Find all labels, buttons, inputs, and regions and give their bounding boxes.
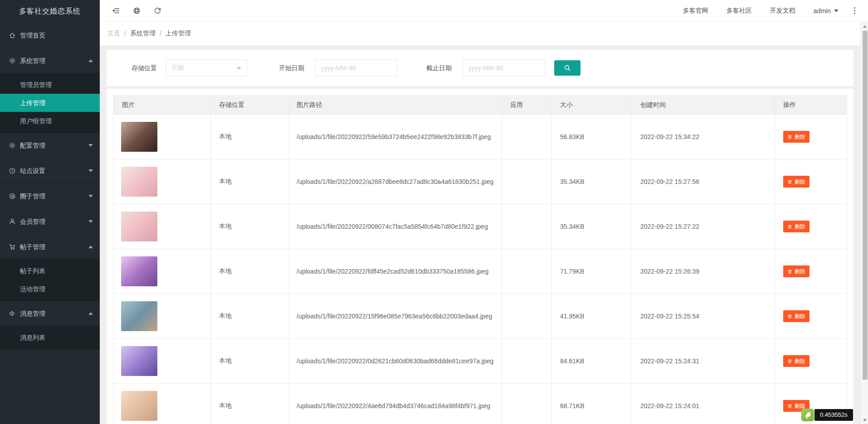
- topbar-right: 多客官网 多客社区 开发文档 admin: [665, 5, 868, 16]
- storage-location-select[interactable]: 不限: [166, 59, 247, 77]
- storage-location-value: 不限: [166, 60, 247, 76]
- cell-created: 2022-09-22 15:34:22: [632, 115, 775, 159]
- image-thumbnail[interactable]: [121, 256, 157, 286]
- image-thumbnail[interactable]: [121, 301, 157, 331]
- cell-storage: 本地: [211, 159, 288, 204]
- table-row: 本地 /uploads/1/file/20220922/4ae6d794db4d…: [114, 384, 847, 424]
- search-button[interactable]: [554, 60, 580, 76]
- user-menu[interactable]: admin: [814, 7, 839, 14]
- caret-down-icon: [237, 67, 241, 70]
- sidebar-menu: 管理首页 系统管理 管理员管理 上传管理 用户组管理 配置管理 站点设置: [0, 23, 100, 349]
- sidebar-item-post-list[interactable]: 帖子列表: [0, 262, 100, 280]
- app-title: 多客社交婚恋系统: [0, 0, 100, 23]
- table-row: 本地 /uploads/1/file/20220922/59e59b3724b5…: [114, 115, 847, 159]
- topbar-left: [100, 0, 168, 22]
- cell-app: [502, 339, 552, 384]
- sidebar-item-system[interactable]: 系统管理: [0, 48, 100, 73]
- cell-created: 2022-09-22 15:24:01: [632, 384, 775, 424]
- col-header-storage: 存储位置: [211, 96, 288, 115]
- cell-app: [502, 249, 552, 294]
- breadcrumb-home[interactable]: 主页: [107, 29, 120, 38]
- cell-storage: 本地: [211, 384, 288, 424]
- delete-button[interactable]: 删除: [783, 221, 809, 232]
- cell-size: 35.34KB: [552, 159, 632, 204]
- breadcrumb-system[interactable]: 系统管理: [130, 29, 156, 38]
- sliders-icon: [9, 142, 16, 149]
- sidebar-item-message-manage[interactable]: 消息管理: [0, 301, 100, 326]
- start-date-label: 开始日期: [279, 50, 304, 86]
- trash-icon: [787, 314, 792, 319]
- delete-button[interactable]: 删除: [783, 355, 809, 367]
- sidebar-item-member-manage[interactable]: 会员管理: [0, 209, 100, 234]
- cell-path: /uploads/1/file/20220922/a2887dbee8dc27a…: [288, 159, 502, 204]
- scroll-down-icon[interactable]: [861, 416, 868, 424]
- cell-created: 2022-09-22 15:24:31: [632, 339, 775, 384]
- delete-button[interactable]: 删除: [783, 310, 809, 322]
- topbar-link-official-site[interactable]: 多客官网: [683, 7, 708, 15]
- sidebar-item-usergroup-manage[interactable]: 用户组管理: [0, 112, 100, 130]
- scroll-up-icon[interactable]: [861, 23, 868, 30]
- image-thumbnail[interactable]: [121, 167, 157, 197]
- cell-app: [502, 204, 552, 249]
- menu-collapse-icon[interactable]: [105, 0, 126, 22]
- sidebar-item-message-list[interactable]: 消息列表: [0, 328, 100, 347]
- topbar-link-dev-docs[interactable]: 开发文档: [770, 7, 795, 15]
- sidebar-item-circle-manage[interactable]: 圈子管理: [0, 183, 100, 209]
- home-icon: [9, 32, 16, 39]
- cart-icon: [9, 243, 16, 251]
- end-date-label: 截止日期: [426, 50, 452, 86]
- sidebar-item-post-manage[interactable]: 帖子管理: [0, 234, 100, 260]
- user-icon: [9, 218, 16, 225]
- trash-icon: [787, 404, 792, 409]
- submenu-post: 帖子列表 活动管理: [0, 260, 100, 301]
- image-thumbnail[interactable]: [121, 122, 157, 152]
- delete-button[interactable]: 删除: [783, 131, 809, 143]
- flame-logo-icon: [801, 409, 814, 421]
- end-date-input[interactable]: [463, 59, 545, 77]
- cell-path: /uploads/1/file/20220922/59e59b3724b5ee2…: [288, 115, 502, 159]
- cell-size: 84.61KB: [552, 339, 632, 384]
- sidebar-item-admin-manage[interactable]: 管理员管理: [0, 76, 100, 94]
- page-timing: 0.453552s: [801, 409, 853, 421]
- delete-button[interactable]: 删除: [783, 176, 809, 188]
- refresh-icon[interactable]: [147, 0, 168, 22]
- scrollbar-thumb[interactable]: [863, 31, 868, 380]
- cell-size: 68.71KB: [552, 384, 632, 424]
- table-row: 本地 /uploads/1/file/20220922/a2887dbee8dc…: [114, 159, 847, 204]
- cell-path: /uploads/1/file/20220922/fdff45e2cad52d6…: [288, 249, 502, 294]
- sidebar-item-dashboard[interactable]: 管理首页: [0, 23, 100, 48]
- cell-created: 2022-09-22 15:27:22: [632, 204, 775, 249]
- cell-created: 2022-09-22 15:25:54: [632, 294, 775, 339]
- image-thumbnail[interactable]: [121, 346, 157, 376]
- table-row: 本地 /uploads/1/file/20220922/15f96e085e79…: [114, 294, 847, 339]
- globe-icon[interactable]: [126, 0, 147, 22]
- sidebar-item-activity-manage[interactable]: 活动管理: [0, 280, 100, 298]
- timing-badge: 0.453552s: [814, 409, 853, 421]
- cell-app: [502, 384, 552, 424]
- uploads-table: 图片 存储位置 图片路径 应用 大小 创建时间 操作 本地 /uploads/1…: [113, 95, 847, 424]
- submenu-message: 消息列表: [0, 326, 100, 349]
- filter-panel: 存储位置 不限 开始日期 截止日期: [107, 50, 853, 86]
- sidebar-item-upload-manage[interactable]: 上传管理: [0, 94, 100, 112]
- speaker-icon: [9, 310, 16, 317]
- sidebar-item-site-settings[interactable]: 站点设置: [0, 158, 100, 183]
- vertical-scrollbar[interactable]: [860, 22, 868, 424]
- cell-app: [502, 294, 552, 339]
- start-date-input[interactable]: [315, 59, 398, 77]
- cell-app: [502, 115, 552, 159]
- cell-storage: 本地: [211, 294, 288, 339]
- trash-icon: [787, 224, 792, 229]
- caret-down-icon: [88, 195, 93, 198]
- sidebar-item-config[interactable]: 配置管理: [0, 133, 100, 158]
- cell-size: 56.83KB: [552, 115, 632, 159]
- kebab-menu-icon[interactable]: [852, 5, 857, 16]
- image-thumbnail[interactable]: [121, 212, 157, 241]
- image-thumbnail[interactable]: [121, 391, 157, 421]
- trash-icon: [787, 269, 792, 274]
- username: admin: [814, 7, 831, 14]
- caret-up-icon: [88, 59, 93, 62]
- gear-icon: [9, 57, 16, 64]
- breadcrumb-separator: /: [160, 30, 161, 37]
- delete-button[interactable]: 删除: [783, 265, 809, 277]
- topbar-link-community[interactable]: 多客社区: [727, 7, 752, 15]
